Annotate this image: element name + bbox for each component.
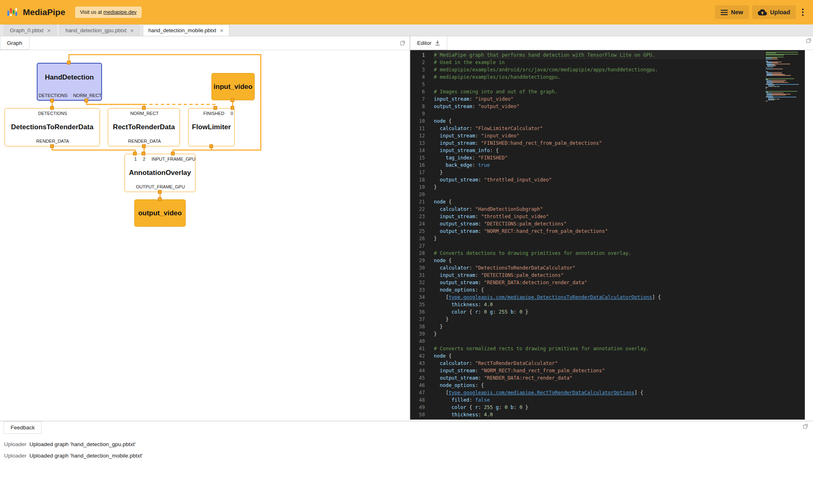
editor-pane-header: Editor [410,36,813,50]
editor-minimap[interactable] [766,52,805,102]
close-icon[interactable]: × [47,27,51,33]
tab-graph-0-pbtxt[interactable]: Graph_0.pbtxt × [4,24,56,36]
editor-pane: Editor 123456789101112131415161718192021… [410,36,813,420]
feedback-rows: Uploader Uploaded graph 'hand_detection_… [0,435,813,461]
popout-icon-editor[interactable] [806,38,811,43]
port-marker [231,98,234,102]
popout-icon-feedback[interactable] [803,424,808,429]
feedback-pane: Feedback Uploader Uploaded graph 'hand_d… [0,421,813,504]
port-marker [209,144,213,148]
port-marker [158,197,162,201]
tab-graph-view[interactable]: Graph [0,36,29,50]
port-marker [67,61,71,64]
app-header: MediaPipe Visit us at mediapipe.dev New … [0,0,813,24]
port-marker [142,106,146,110]
new-button[interactable]: New [715,5,749,19]
feedback-pane-header: Feedback [0,421,813,435]
graph-pane-header: Graph [0,36,409,50]
edge [173,146,211,154]
graph-node-recttorenderdata[interactable]: NORM_RECT RectToRenderData RENDER_DATA [108,108,180,146]
close-icon[interactable]: × [220,27,224,33]
graph-node-input-video[interactable]: input_video [211,73,255,100]
graph-node-flowlimiter[interactable]: FINISHED 0 FlowLimiter [188,108,235,146]
kebab-icon [802,8,804,16]
graph-pane: Graph HandDetection DET [0,36,410,420]
new-button-label: New [731,9,743,15]
cloud-upload-icon [758,9,767,15]
visit-text: Visit us at [80,9,103,15]
mediapipe-dev-link[interactable]: mediapipe.dev [103,9,136,15]
editor-gutter: 1234567891011121314151617181920212223242… [410,51,433,420]
visit-badge: Visit us at mediapipe.dev [75,7,142,18]
graph-canvas[interactable]: HandDetection DETECTIONS NORM_RECT input… [0,50,409,419]
port-marker [213,106,217,110]
port-marker [171,152,175,155]
tab-editor-view[interactable]: Editor [410,36,447,50]
port-marker [84,99,88,102]
hamburger-icon [721,9,728,15]
port-marker [158,190,162,194]
close-icon[interactable]: × [130,27,134,33]
editor-code[interactable]: # MediaPipe graph that performs hand det… [434,51,764,420]
graph-node-handdetection[interactable]: HandDetection DETECTIONS NORM_RECT [37,63,102,101]
edge [52,146,135,154]
kebab-menu-button[interactable] [799,6,806,19]
document-tabbar: Graph_0.pbtxt × hand_detection_gpu.pbtxt… [0,24,813,36]
graph-node-annotationoverlay[interactable]: 1 2 INPUT_FRAME_GPU AnnotationOverlay OU… [124,154,195,192]
port-marker [50,144,54,148]
port-marker [142,152,145,155]
port-marker [231,106,234,110]
graph-node-detectionstorenderdata[interactable]: DETECTIONS DetectionsToRenderData RENDER… [4,108,100,146]
tab-feedback[interactable]: Feedback [4,421,42,434]
graph-node-output-video[interactable]: output_video [134,199,186,227]
code-editor[interactable]: 1234567891011121314151617181920212223242… [410,50,805,420]
feedback-row: Uploader Uploaded graph 'hand_detection_… [4,438,813,450]
popout-icon-graph[interactable] [400,40,405,46]
upload-button-label: Upload [770,9,790,15]
download-icon[interactable] [435,40,440,46]
feedback-row: Uploader Uploaded graph 'hand_detection_… [4,450,813,461]
app-title: MediaPipe [23,7,65,17]
tab-hand-detection-gpu-pbtxt[interactable]: hand_detection_gpu.pbtxt × [60,24,139,36]
mediapipe-logo [7,6,19,18]
tab-hand-detection-mobile-pbtxt[interactable]: hand_detection_mobile.pbtxt × [143,24,229,36]
port-marker [133,152,137,155]
edge [87,104,215,108]
port-marker [142,144,146,148]
upload-button[interactable]: Upload [752,5,796,19]
port-marker [50,106,54,110]
port-marker [50,99,54,102]
graph-edges [0,50,409,419]
